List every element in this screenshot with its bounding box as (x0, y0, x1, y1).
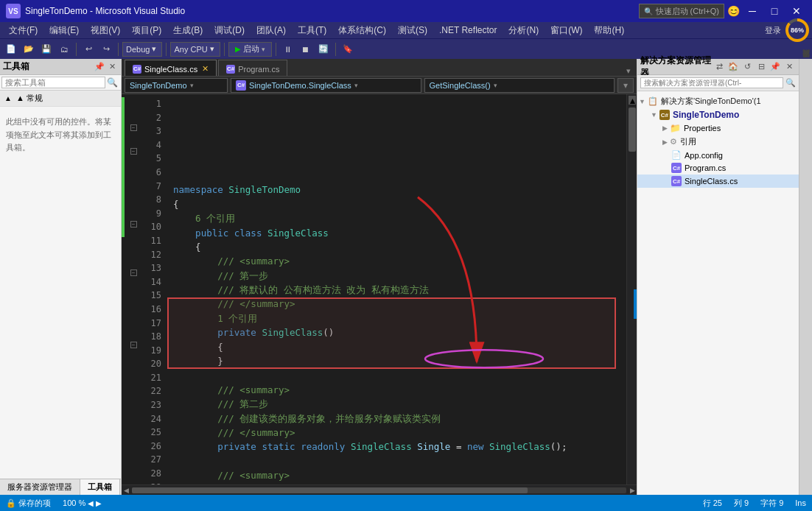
tab-singleclass[interactable]: C# SingleClass.cs ✕ (125, 60, 217, 76)
toolbox-tab[interactable]: 工具箱 (80, 479, 120, 495)
collapse-row-class[interactable]: − (130, 146, 137, 158)
tree-references[interactable]: ▶ ⚙ 引用 (637, 135, 799, 149)
main-layout: 工具箱 📌 ✕ 🔍 ▲ ▲ 常规 此组中没有可用的控件。将某项拖至此文本可将其添… (0, 59, 812, 495)
maximize-button[interactable]: □ (765, 4, 784, 18)
sol-refresh-btn[interactable]: ↺ (741, 60, 754, 74)
code-content[interactable]: namespace SingleTonDemo{ 6 个引用 public cl… (167, 94, 626, 484)
save-all-btn[interactable]: 🗂 (56, 41, 72, 57)
collapse-namespace-icon[interactable]: − (130, 124, 137, 131)
save-btn[interactable]: 💾 (38, 41, 55, 57)
tree-appconfig[interactable]: 📄 App.config (637, 149, 799, 161)
horizontal-scrollbar[interactable]: ◀ ▶ (122, 484, 637, 495)
menu-project[interactable]: 项目(P) (126, 23, 167, 38)
server-explorer-tab[interactable]: 服务器资源管理器 (0, 479, 80, 495)
vertical-scrollbar[interactable]: ▲ (626, 94, 637, 484)
collapse-row-ctor-summary[interactable]: − (130, 218, 137, 230)
vertical-tab-solution[interactable]: 解决方案资源管理器 (799, 59, 813, 68)
solution-explorer-panel: 解决方案资源管理器 ⇄ 🏠 ↺ ⊟ 📌 ✕ 🔍 ▼ 📋 解决方案'SingleT… (637, 59, 799, 495)
menu-view[interactable]: 视图(V) (85, 23, 126, 38)
redo-btn[interactable]: ↪ (98, 41, 114, 57)
tree-singleclass[interactable]: C# SingleClass.cs (637, 175, 799, 188)
toolbox-close-btn[interactable]: ✕ (107, 62, 118, 71)
zoom-arrow-left[interactable]: ◀ (88, 499, 94, 507)
menu-build[interactable]: 生成(B) (167, 23, 209, 38)
tree-solution[interactable]: ▼ 📋 解决方案'SingleTonDemo'(1 (637, 94, 799, 108)
tree-properties[interactable]: ▶ 📁 Properties (637, 121, 799, 135)
menu-file[interactable]: 文件(F) (3, 23, 43, 38)
new-project-btn[interactable]: 📄 (3, 41, 19, 57)
toolbox-search-input[interactable] (1, 77, 105, 88)
cpu-dropdown[interactable]: Any CPU ▾ (170, 42, 220, 57)
start-button[interactable]: ▶ 启动 ▾ (228, 42, 272, 57)
menu-test[interactable]: 测试(S) (392, 23, 433, 38)
method-dropdown[interactable]: GetSingleClass() ▾ (424, 78, 615, 93)
sol-close-btn[interactable]: ✕ (783, 60, 796, 74)
properties-expand-arrow[interactable]: ▶ (662, 124, 668, 132)
menu-window[interactable]: 窗口(W) (545, 23, 588, 38)
start-dropdown-arrow[interactable]: ▾ (262, 46, 265, 53)
minimize-button[interactable]: ─ (743, 4, 762, 18)
open-btn[interactable]: 📂 (21, 41, 37, 57)
program-label: Program.cs (685, 163, 726, 172)
menu-analyze[interactable]: 分析(N) (503, 23, 545, 38)
sol-home-btn[interactable]: 🏠 (727, 60, 740, 74)
collapse-row-ns[interactable]: − (130, 121, 137, 133)
menu-net-reflector[interactable]: .NET Reflector (433, 24, 503, 37)
h-scroll-track[interactable] (132, 487, 626, 493)
tab-program[interactable]: C# Program.cs (218, 60, 287, 76)
sol-sync-btn[interactable]: ⇄ (713, 60, 726, 74)
zoom-arrow-right[interactable]: ▶ (96, 499, 102, 507)
project-expand-arrow[interactable]: ▼ (651, 111, 657, 119)
menu-edit[interactable]: 编辑(E) (43, 23, 85, 38)
stop-btn[interactable]: ⏹ (298, 41, 314, 57)
tree-program[interactable]: C# Program.cs (637, 161, 799, 175)
quick-launch-input[interactable]: 快速启动 (Ctrl+Q) (656, 6, 719, 17)
bookmark-btn[interactable]: 🔖 (340, 41, 356, 57)
collapse-class-icon[interactable]: − (130, 148, 137, 155)
scroll-right-btn[interactable]: ▶ (628, 486, 637, 495)
toolbox-category[interactable]: ▲ ▲ 常规 (0, 91, 121, 107)
project-dropdown-arrow: ▾ (190, 82, 194, 89)
expand-panel-btn[interactable]: ▾ (617, 78, 634, 93)
code-editor[interactable]: − − − − − (122, 94, 637, 484)
project-dropdown[interactable]: SingleTonDemo ▾ (125, 78, 228, 93)
restart-btn[interactable]: 🔄 (315, 41, 332, 57)
menu-debug[interactable]: 调试(D) (209, 23, 251, 38)
debug-config-dropdown[interactable]: Debug ▾ (122, 42, 162, 57)
scroll-up-btn[interactable]: ▲ (629, 96, 636, 105)
tree-project[interactable]: ▼ C# SingleTonDemo (637, 108, 799, 121)
toolbox-pin-btn[interactable]: 📌 (92, 62, 107, 71)
menu-tools[interactable]: 工具(T) (292, 23, 332, 38)
dirty-indicator: ✕ (202, 64, 209, 74)
h-scroll-thumb[interactable] (132, 487, 528, 493)
active-tab-label: SingleClass.cs (144, 65, 197, 74)
tab-scroll-btn[interactable]: ▾ (623, 66, 634, 76)
code-line: { (173, 197, 620, 211)
scroll-left-btn[interactable]: ◀ (122, 486, 130, 495)
menu-help[interactable]: 帮助(H) (588, 23, 630, 38)
solution-expand-arrow[interactable]: ▼ (639, 98, 645, 105)
program-cs-icon: C# (671, 163, 682, 173)
collapse-field-icon[interactable]: − (130, 269, 137, 276)
undo-btn[interactable]: ↩ (80, 41, 97, 57)
references-expand-arrow[interactable]: ▶ (662, 138, 668, 146)
collapse-row-17[interactable]: − (130, 339, 137, 351)
sol-pin-btn[interactable]: 📌 (769, 60, 782, 74)
zoom-control[interactable]: 100 % ◀ ▶ (63, 498, 102, 507)
collapse-method-icon[interactable]: − (130, 342, 137, 348)
properties-label: Properties (684, 124, 721, 133)
sol-collapse-btn[interactable]: ⊟ (755, 60, 768, 74)
pause-btn[interactable]: ⏸ (280, 41, 296, 57)
scroll-thumb[interactable] (629, 108, 636, 152)
menu-architecture[interactable]: 体系结构(C) (332, 23, 392, 38)
location-bar: SingleTonDemo ▾ C# SingleTonDemo.SingleC… (122, 77, 637, 94)
change-indicator-bar (122, 94, 126, 484)
menu-team[interactable]: 团队(A) (251, 23, 292, 38)
collapse-ctor-icon[interactable]: − (130, 221, 137, 228)
class-dropdown[interactable]: C# SingleTonDemo.SingleClass ▾ (231, 78, 421, 93)
code-line: /// </summary> (173, 297, 620, 311)
solution-search-input[interactable] (640, 77, 783, 88)
close-button[interactable]: ✕ (787, 4, 806, 18)
collapse-row-11[interactable]: − (130, 267, 137, 278)
signin-link[interactable]: 登录 (765, 25, 781, 36)
